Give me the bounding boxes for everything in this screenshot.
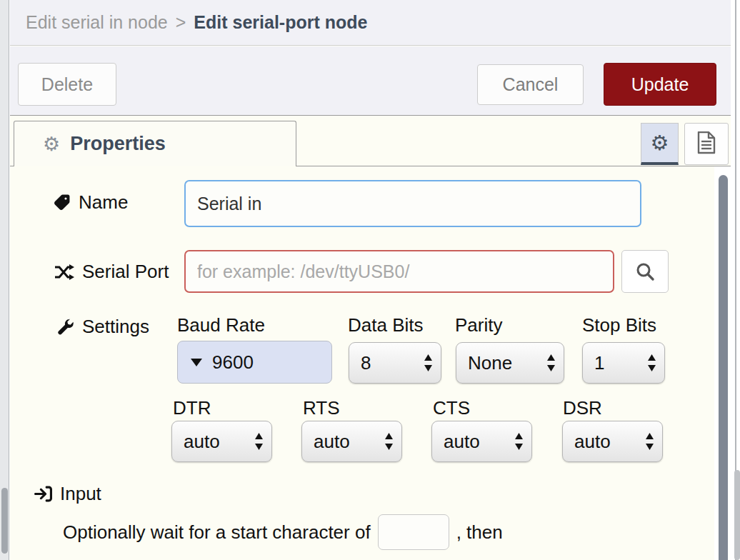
stop-bits-header: Stop Bits [582,314,656,336]
tab-bar: ⚙ Properties ⚙ [10,116,731,166]
edit-serial-port-dialog: Edit serial in node > Edit serial-port n… [0,0,740,560]
spinner-arrows-icon [546,353,556,373]
stop-bits-value: 1 [594,352,604,374]
cancel-button[interactable]: Cancel [477,64,584,105]
dialog-panel: Edit serial in node > Edit serial-port n… [10,0,731,560]
rts-header: RTS [303,397,340,419]
cts-value: auto [444,431,480,453]
serial-port-label-text: Serial Port [82,261,169,283]
chevron-down-icon [191,359,202,366]
gear-icon: ⚙ [43,133,60,155]
settings-field-label: Settings [57,316,149,338]
cts-select[interactable]: auto [431,421,532,462]
gear-icon: ⚙ [651,131,669,155]
cts-header: CTS [433,397,470,419]
dtr-select[interactable]: auto [171,421,272,462]
start-character-input[interactable] [378,514,449,550]
serial-port-field-label: Serial Port [54,261,169,283]
breadcrumb: Edit serial in node > Edit serial-port n… [10,0,731,46]
baud-rate-header: Baud Rate [177,314,265,336]
update-button[interactable]: Update [604,63,716,106]
spinner-arrows-icon [384,431,394,451]
dsr-value: auto [574,431,611,453]
data-bits-select[interactable]: 8 [349,342,441,384]
start-character-row: Optionally wait for a start character of… [63,514,503,550]
dtr-value: auto [184,431,220,453]
delete-button[interactable]: Delete [18,63,116,106]
spinner-arrows-icon [514,431,524,451]
description-view-button[interactable] [684,123,729,165]
spinner-arrows-icon [254,431,264,451]
name-field-label: Name [53,191,128,214]
start-character-text-before: Optionally wait for a start character of [63,521,371,544]
dsr-select[interactable]: auto [562,421,663,462]
properties-view-button[interactable]: ⚙ [641,123,679,165]
baud-rate-value: 9600 [212,351,254,374]
serial-port-search-button[interactable] [621,250,669,293]
tag-icon [53,194,71,211]
document-icon [697,131,716,157]
tab-properties-label: Properties [70,133,166,155]
left-scrollbar-thumb[interactable] [1,488,8,554]
serial-port-input[interactable] [184,250,614,293]
breadcrumb-parent[interactable]: Edit serial in node [26,12,168,33]
data-bits-header: Data Bits [348,314,424,336]
parity-value: None [468,352,512,374]
sign-in-icon [34,485,52,503]
dsr-header: DSR [563,397,602,419]
breadcrumb-separator: > [176,12,186,33]
data-bits-value: 8 [361,352,371,374]
tab-properties[interactable]: ⚙ Properties [14,121,296,166]
rts-value: auto [314,431,350,453]
input-section-label: Input [34,483,101,505]
baud-rate-select[interactable]: 9600 [177,341,332,384]
parity-header: Parity [455,314,502,336]
breadcrumb-current: Edit serial-port node [194,12,367,33]
rts-select[interactable]: auto [301,421,402,462]
name-input[interactable] [184,180,641,227]
spinner-arrows-icon [646,353,657,373]
search-icon [635,261,655,281]
window-scrollbar-thumb[interactable] [734,470,740,560]
name-label-text: Name [79,191,128,214]
start-character-text-after: , then [456,521,503,544]
spinner-arrows-icon [644,431,655,451]
spinner-arrows-icon [423,353,434,373]
settings-label-text: Settings [82,316,149,338]
input-section-label-text: Input [60,483,101,505]
workspace-left-strip [0,0,9,560]
stop-bits-select[interactable]: 1 [582,342,665,384]
parity-select[interactable]: None [456,342,564,384]
dtr-header: DTR [173,397,211,419]
form-scrollbar-thumb[interactable] [719,175,728,560]
shuffle-icon [54,264,74,280]
wrench-icon [57,319,74,336]
dialog-toolbar: Delete Cancel Update [10,46,731,116]
